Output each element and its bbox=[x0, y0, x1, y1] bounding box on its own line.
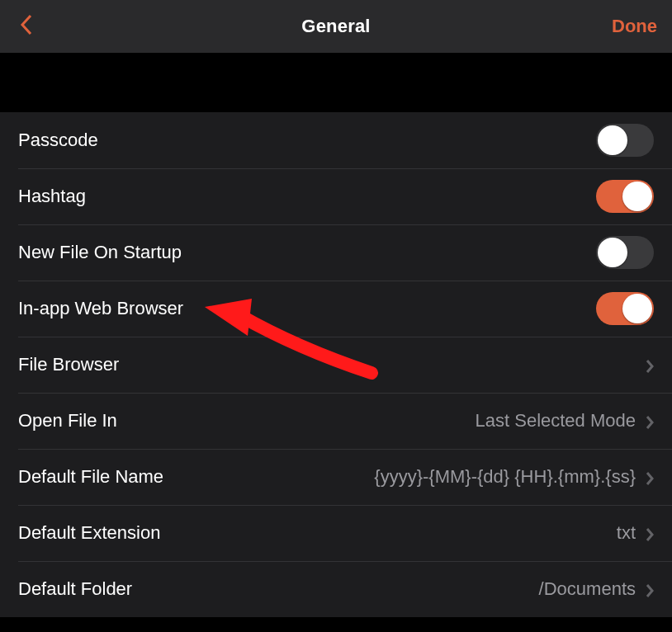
chevron-right-icon bbox=[646, 526, 654, 540]
row-file-browser[interactable]: File Browser bbox=[0, 337, 672, 393]
row-passcode[interactable]: Passcode bbox=[0, 112, 672, 168]
done-button[interactable]: Done bbox=[612, 16, 657, 37]
row-label: Hashtag bbox=[18, 186, 86, 207]
row-hashtag[interactable]: Hashtag bbox=[0, 168, 672, 224]
chevron-right-icon bbox=[646, 357, 654, 372]
row-default-file-name[interactable]: Default File Name {yyyy}-{MM}-{dd} {HH}.… bbox=[0, 449, 672, 505]
row-value: Last Selected Mode bbox=[476, 410, 636, 432]
row-new-file-startup[interactable]: New File On Startup bbox=[0, 224, 672, 281]
row-value: txt bbox=[617, 522, 636, 544]
passcode-toggle[interactable] bbox=[596, 124, 654, 157]
hashtag-toggle[interactable] bbox=[596, 180, 654, 213]
chevron-right-icon bbox=[646, 469, 654, 484]
row-open-file-in[interactable]: Open File In Last Selected Mode bbox=[0, 393, 672, 449]
row-label: File Browser bbox=[18, 354, 119, 375]
row-label: New File On Startup bbox=[18, 242, 182, 263]
row-label: Open File In bbox=[18, 410, 117, 432]
row-label: Default File Name bbox=[18, 466, 163, 488]
row-default-folder[interactable]: Default Folder /Documents bbox=[0, 561, 672, 617]
settings-list: Passcode Hashtag New File On Startup In-… bbox=[0, 112, 672, 617]
header-bar: General Done bbox=[0, 0, 672, 53]
chevron-right-icon bbox=[646, 413, 654, 428]
row-label: Passcode bbox=[18, 130, 98, 151]
section-gap bbox=[0, 53, 672, 112]
new-file-startup-toggle[interactable] bbox=[596, 236, 654, 269]
row-label: Default Extension bbox=[18, 522, 160, 544]
row-in-app-browser[interactable]: In-app Web Browser bbox=[0, 281, 672, 337]
row-value: {yyyy}-{MM}-{dd} {HH}.{mm}.{ss} bbox=[374, 466, 636, 488]
row-label: Default Folder bbox=[18, 578, 132, 600]
page-title: General bbox=[0, 16, 672, 37]
chevron-left-icon bbox=[20, 14, 33, 39]
row-default-extension[interactable]: Default Extension txt bbox=[0, 505, 672, 561]
back-button[interactable] bbox=[15, 15, 38, 38]
in-app-browser-toggle[interactable] bbox=[596, 292, 654, 325]
chevron-right-icon bbox=[646, 582, 654, 597]
row-label: In-app Web Browser bbox=[18, 298, 183, 319]
row-value: /Documents bbox=[539, 578, 636, 600]
